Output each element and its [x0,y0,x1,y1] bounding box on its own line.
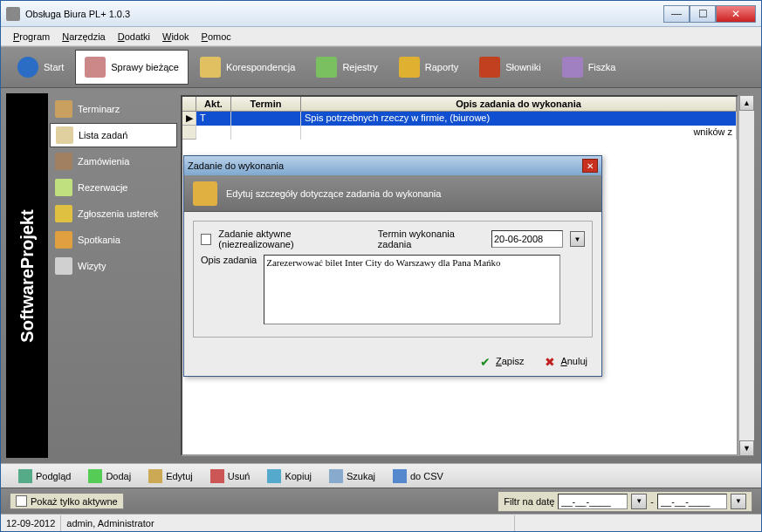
maximize-button[interactable]: ☐ [690,5,716,23]
col-akt[interactable]: Akt. [196,97,231,111]
btn-edytuj[interactable]: Edytuj [145,467,196,485]
reports-icon [399,57,420,78]
date-from-input[interactable] [558,494,628,509]
menu-widok[interactable]: Widok [157,30,195,44]
date-to-input[interactable] [657,494,727,509]
tb-start-label: Start [44,62,64,72]
active-checkbox-label: Zadanie aktywne (niezrealizowane) [218,228,360,249]
tb-slowniki[interactable]: Słowniki [470,50,550,85]
show-active-checkbox[interactable]: Pokaż tylko aktywne [10,493,124,509]
zapisz-button[interactable]: ✔Zapisz [477,353,527,369]
task-dialog: Zadanie do wykonania ✕ Edytuj szczegóły … [183,155,602,377]
btn-label: Podgląd [36,471,71,481]
window-title: Obsługa Biura PL+ 1.0.3 [25,9,663,19]
cell-opis: wników z [301,126,737,140]
info-icon [17,57,38,78]
tb-fiszka[interactable]: Fiszka [553,50,626,85]
date-to-dropdown[interactable]: ▼ [731,494,746,509]
dict-icon [479,57,500,78]
tb-rejestry-label: Rejestry [342,62,377,72]
row-indicator [182,126,196,140]
sidebar-item-lista-zadan[interactable]: Lista zadań [50,123,177,147]
checkbox-label: Pokaż tylko aktywne [31,496,118,507]
btn-usun[interactable]: Usuń [207,467,254,485]
btn-label: Usuń [228,471,251,481]
btn-kopiuj[interactable]: Kopiuj [264,467,315,485]
menu-dodatki[interactable]: Dodatki [113,30,155,44]
tb-start[interactable]: Start [8,50,73,85]
sidebar-item-terminarz[interactable]: Terminarz [50,97,177,121]
col-termin[interactable]: Termin [231,97,301,111]
minimize-button[interactable]: — [663,5,690,23]
scroll-up-button[interactable]: ▲ [739,95,754,111]
sidebar-item-spotkania[interactable]: Spotkania [50,228,177,252]
copy-icon [267,469,281,483]
cases-icon [85,57,106,78]
search-icon [329,469,343,483]
menu-program[interactable]: Program [8,30,55,44]
scroll-down-button[interactable]: ▼ [739,440,754,456]
opis-label: Opis zadania [201,255,257,265]
sidebar-item-rezerwacje[interactable]: Rezerwacje [50,175,177,200]
cancel-icon: ✖ [545,355,557,367]
anuluj-button[interactable]: ✖Anuluj [541,353,591,369]
dialog-close-button[interactable]: ✕ [582,159,598,173]
titlebar: Obsługa Biura PL+ 1.0.3 — ☐ ✕ [1,1,761,27]
dialog-title: Zadanie do wykonania [188,160,582,171]
mail-icon [200,57,221,78]
btn-dodaj[interactable]: Dodaj [85,467,134,485]
col-opis[interactable]: Opis zadania do wykonania [301,97,737,111]
cell-opis: Spis potrzebnych rzeczy w firmie, (biuro… [301,112,737,126]
cell-termin [231,112,301,126]
dialog-frame: Zadanie aktywne (niezrealizowane) Termin… [193,221,593,338]
dialog-banner: Edytuj szczegóły dotyczące zadania do wy… [184,175,601,212]
sidebar-label: Rezerwacje [78,182,127,193]
date-separator: - [650,496,654,507]
menu-pomoc[interactable]: Pomoc [196,30,237,44]
table-row[interactable]: wników z [182,126,737,140]
tb-sprawy[interactable]: Sprawy bieżące [75,50,189,85]
menu-narzedzia[interactable]: Narzędzia [57,30,111,44]
table-row[interactable]: ▶ T Spis potrzebnych rzeczy w firmie, (b… [182,112,737,126]
sidebar-label: Terminarz [78,104,120,114]
tb-raporty[interactable]: Raporty [389,50,469,85]
filter-bar: Pokaż tylko aktywne Filtr na datę ▼ - ▼ [1,488,761,514]
date-from-dropdown[interactable]: ▼ [631,494,647,509]
btn-podglad[interactable]: Podgląd [15,467,74,485]
sidebar: Terminarz Lista zadań Zamówienia Rezerwa… [48,93,179,458]
btn-szukaj[interactable]: Szukaj [326,467,379,485]
preview-icon [18,469,32,483]
reserve-icon [55,179,72,196]
add-icon [88,469,102,483]
btn-csv[interactable]: do CSV [389,467,447,485]
row-indicator: ▶ [182,112,196,126]
sidebar-item-zgloszenia[interactable]: Zgłoszenia usterek [50,201,177,226]
app-icon [6,7,20,21]
tb-korespondencja[interactable]: Korespondencja [190,50,305,85]
meeting-icon [55,231,72,249]
row-indicator-header [182,97,196,111]
filter-label: Filtr na datę [504,496,554,507]
opis-textarea[interactable] [264,255,560,324]
sidebar-item-zamowienia[interactable]: Zamówienia [50,149,177,174]
brand-strip: SoftwareProjekt [6,93,48,458]
check-icon: ✔ [480,355,492,367]
close-button[interactable]: ✕ [716,5,756,23]
box-icon [55,153,72,170]
dialog-body: Zadanie aktywne (niezrealizowane) Termin… [184,212,601,346]
list-header: Akt. Termin Opis zadania do wykonania [182,97,737,112]
sidebar-label: Lista zadań [79,130,127,140]
tb-sprawy-label: Sprawy bieżące [111,62,179,72]
termin-date-dropdown[interactable]: ▼ [570,231,585,247]
checkbox-icon [16,495,27,507]
termin-date-input[interactable] [492,231,562,247]
btn-label: Kopiuj [285,471,312,481]
tb-rejestry[interactable]: Rejestry [306,50,387,85]
active-checkbox[interactable] [201,234,211,245]
sidebar-item-wizyty[interactable]: Wizyty [50,254,177,278]
tb-korespondencja-label: Korespondencja [226,62,296,72]
delete-icon [210,469,224,483]
clock-icon [55,257,72,275]
vertical-scrollbar[interactable]: ▲ ▼ [738,95,754,456]
dialog-buttons: ✔Zapisz ✖Anuluj [184,346,601,376]
